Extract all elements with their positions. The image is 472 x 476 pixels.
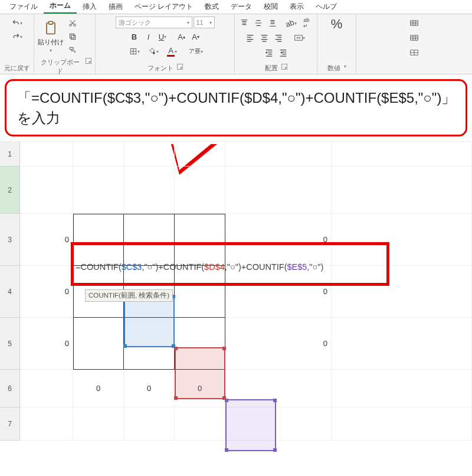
row-header-3[interactable]: 3 xyxy=(0,214,20,266)
percent-style-icon[interactable]: % xyxy=(331,17,343,32)
function-tooltip: COUNTIF(範囲, 検索条件) xyxy=(85,289,173,302)
cell-c5[interactable] xyxy=(73,318,124,370)
align-right-button[interactable] xyxy=(272,31,285,44)
increase-indent-button[interactable] xyxy=(277,46,290,59)
cell-d6[interactable]: 0 xyxy=(124,370,175,407)
cut-button[interactable] xyxy=(66,17,79,30)
instruction-callout: 「=COUNTIF($C$3,"○")+COUNTIF($D$4,"○")+CO… xyxy=(5,79,467,136)
align-left-button[interactable] xyxy=(244,31,257,44)
svg-rect-1 xyxy=(49,21,53,24)
row-header-6[interactable]: 6 xyxy=(0,370,20,407)
tab-insert[interactable]: 挿入 xyxy=(77,0,103,14)
increase-font-button[interactable]: A▴ xyxy=(175,30,188,43)
format-table-icon[interactable] xyxy=(405,31,423,44)
tab-page-layout[interactable]: ページ レイアウト xyxy=(129,0,199,14)
row-header-7[interactable]: 7 xyxy=(0,407,20,441)
svg-rect-4 xyxy=(71,35,76,40)
font-size-select[interactable]: 11▾ xyxy=(194,17,215,28)
cell-f5[interactable]: 0 xyxy=(225,318,332,370)
font-dialog-launcher[interactable] xyxy=(177,64,183,70)
cell-e4[interactable] xyxy=(175,266,225,318)
row-header-4[interactable]: 4 xyxy=(0,266,20,318)
cell-d3[interactable] xyxy=(124,214,175,266)
cell-b3[interactable]: 0 xyxy=(20,214,73,266)
cell-styles-icon[interactable] xyxy=(405,46,423,59)
underline-button[interactable]: U▾ xyxy=(156,30,169,43)
tab-view[interactable]: 表示 xyxy=(284,0,310,14)
decrease-indent-button[interactable] xyxy=(263,46,276,59)
tab-review[interactable]: 校閲 xyxy=(258,0,284,14)
font-group-label: フォント xyxy=(148,64,173,73)
align-bottom-button[interactable] xyxy=(266,17,279,30)
font-size-value: 11 xyxy=(196,19,204,26)
redo-button[interactable]: ▾ xyxy=(11,30,24,43)
wrap-text-button[interactable]: ab↵ xyxy=(299,17,314,30)
row-header-2[interactable]: 2 xyxy=(0,167,20,214)
align-middle-button[interactable] xyxy=(252,17,265,30)
merge-cells-button[interactable]: ▾ xyxy=(291,31,309,44)
cell-c6[interactable]: 0 xyxy=(73,370,124,407)
paste-button[interactable]: 貼り付け ▾ xyxy=(38,20,64,53)
cell-b4[interactable]: 0 xyxy=(20,266,73,318)
align-group-label: 配置 xyxy=(265,64,278,73)
row-header-1[interactable]: 1 xyxy=(0,142,20,167)
cell-formula-text: =COUNTIF($C$3,"○")+COUNTIF($D$4,"○")+COU… xyxy=(76,262,323,272)
cell-c3[interactable] xyxy=(73,214,124,266)
format-painter-button[interactable] xyxy=(66,44,79,57)
tab-data[interactable]: データ xyxy=(225,0,258,14)
undo-group-label: 元に戻す xyxy=(4,64,30,73)
cell-e3[interactable] xyxy=(175,214,225,266)
ribbon-tabs: ファイル ホーム 挿入 描画 ページ レイアウト 数式 データ 校閲 表示 ヘル… xyxy=(0,0,472,14)
cell-d5[interactable] xyxy=(124,318,175,370)
align-center-button[interactable] xyxy=(258,31,271,44)
svg-rect-8 xyxy=(411,21,418,25)
align-dialog-launcher[interactable] xyxy=(281,64,287,70)
worksheet[interactable]: =COUNTIF($C$3,"○")+COUNTIF($D$4,"○")+COU… xyxy=(0,142,472,465)
paste-label: 貼り付け xyxy=(38,38,64,47)
cell-b2[interactable] xyxy=(20,167,73,214)
ribbon: ▾ ▾ 元に戻す 貼り付け ▾ クリップボード 游ゴシッ xyxy=(0,14,472,74)
font-name-select[interactable]: 游ゴシック▾ xyxy=(116,17,192,28)
tab-home[interactable]: ホーム xyxy=(44,0,77,14)
tab-file[interactable]: ファイル xyxy=(4,0,44,14)
cell-e6[interactable]: 0 xyxy=(175,370,225,407)
clipboard-group-label: クリップボード xyxy=(38,58,82,76)
undo-button[interactable]: ▾ xyxy=(11,17,24,30)
italic-button[interactable]: I xyxy=(142,30,155,43)
row-header-5[interactable]: 5 xyxy=(0,318,20,370)
orientation-button[interactable]: ab▾ xyxy=(285,17,298,30)
clipboard-dialog-launcher[interactable] xyxy=(86,58,91,64)
cell-f4[interactable]: 0 xyxy=(225,266,332,318)
decrease-font-button[interactable]: A▾ xyxy=(189,30,202,43)
svg-rect-5 xyxy=(70,34,74,38)
instruction-callout-wrap: 「=COUNTIF($C$3,"○")+COUNTIF($D$4,"○")+CO… xyxy=(0,74,472,142)
tab-draw[interactable]: 描画 xyxy=(103,0,129,14)
font-color-button[interactable]: A▾ xyxy=(163,45,181,58)
align-top-button[interactable] xyxy=(238,17,251,30)
copy-button[interactable] xyxy=(66,30,79,43)
cell-b5[interactable]: 0 xyxy=(20,318,73,370)
instruction-text: 「=COUNTIF($C$3,"○")+COUNTIF($D$4,"○")+CO… xyxy=(17,90,455,126)
conditional-formatting-icon[interactable] xyxy=(405,17,423,30)
number-group-label: 数値 xyxy=(327,64,340,73)
tab-help[interactable]: ヘルプ xyxy=(310,0,343,14)
cell-e5[interactable] xyxy=(175,318,225,370)
fill-color-button[interactable]: ▾ xyxy=(145,45,162,58)
svg-rect-9 xyxy=(411,35,418,40)
borders-button[interactable]: ▾ xyxy=(126,45,143,58)
phonetic-button[interactable]: ア亜▾ xyxy=(187,45,205,58)
font-name-value: 游ゴシック xyxy=(119,18,151,27)
tab-formulas[interactable]: 数式 xyxy=(199,0,225,14)
bold-button[interactable]: B xyxy=(128,30,141,43)
cell-f3[interactable]: 0 xyxy=(225,214,332,266)
